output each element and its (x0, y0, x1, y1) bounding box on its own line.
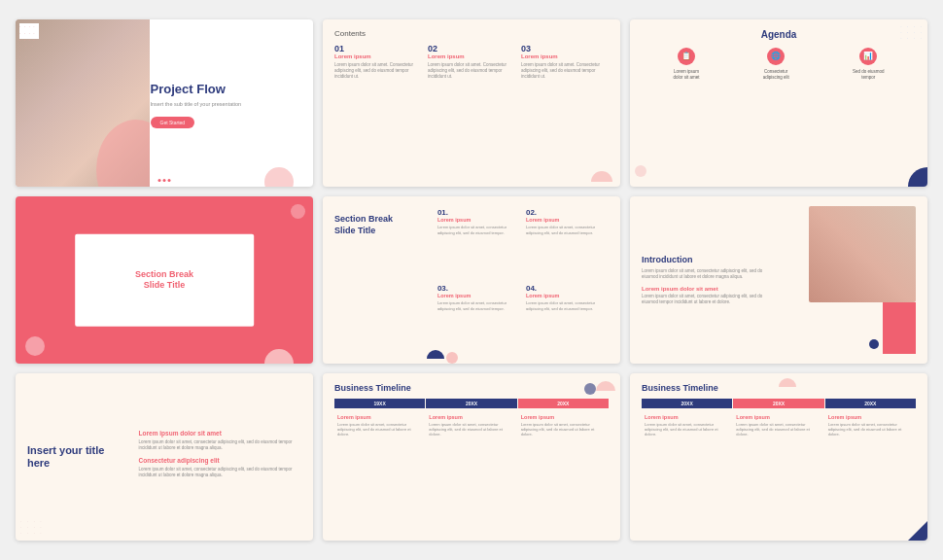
slide3-icon2-label: Consecteturadipiscing elit (763, 69, 789, 81)
slide-8[interactable]: Business Timeline 19XX 20XX 20XX Lorem i… (323, 373, 620, 541)
slide3-icon3-label: Sed do eiusmodtempor (853, 69, 885, 81)
slide3-icon2-circle: 🌐 (767, 48, 785, 65)
nav-dot-3 (168, 179, 171, 182)
slide1-dots-deco: · · · ·· · · ·· · · · (19, 23, 39, 39)
nav-dot-1 (158, 179, 161, 182)
slide3-content: Agenda 📋 Lorem ipsumdolor sit amet 🌐 Con… (630, 19, 927, 96)
slide5-item2-text: Lorem ipsum dolor sit amet, consectetur … (526, 225, 607, 235)
slide8-year-2: 20XX (426, 399, 516, 408)
slide1-button[interactable]: Get Started (151, 117, 195, 128)
slide6-highlight-title: Lorem ipsum dolor sit amet (642, 286, 775, 292)
slide2-col1-title: Lorem ipsum (334, 53, 422, 59)
slide7-sec1-text: Lorem ipsum dolor sit amet, consectetur … (139, 439, 301, 452)
slide9-col-3: Lorem ipsum Lorem ipsum dolor sit amet, … (825, 412, 916, 439)
slide3-icon-3: 📊 Sed do eiusmodtempor (853, 48, 885, 81)
slide-7[interactable]: · · · ·· · · ·· · · · Insert your titleh… (16, 373, 313, 541)
slide1-image (16, 19, 150, 187)
slide3-dark-corner (908, 167, 927, 187)
slide9-col2-title: Lorem ipsum (736, 414, 821, 420)
slide3-icon3-circle: 📊 (859, 48, 877, 65)
slide6-pink-bar (883, 302, 916, 354)
slide4-circle1 (25, 336, 45, 356)
slide3-pink-circle (635, 165, 646, 177)
slide9-year-1: 20XX (642, 399, 732, 408)
slide8-col-2: Lorem ipsum Lorem ipsum dolor sit amet, … (426, 412, 516, 439)
slide-1[interactable]: · · · ·· · · ·· · · · Project Flow Inser… (16, 19, 313, 187)
slide-6[interactable]: Introduction Lorem ipsum dolor sit amet,… (630, 196, 927, 364)
slide8-timeline-content: Lorem ipsum Lorem ipsum dolor sit amet, … (334, 412, 609, 439)
slide7-sec2-text: Lorem ipsum dolor sit amet, consectetur … (139, 467, 301, 479)
slide7-main-title: Insert your titlehere (27, 444, 127, 470)
slide2-col2-text: Lorem ipsum dolor sit amet. Consectetur … (428, 62, 515, 81)
slide2-col3-text: Lorem ipsum dolor sit amet. Consectetur … (521, 62, 609, 81)
slide-2[interactable]: Contents 01 Lorem ipsum Lorem ipsum dolo… (323, 19, 620, 187)
slide9-year-3: 20XX (825, 399, 916, 408)
slide3-icon-2: 🌐 Consecteturadipiscing elit (763, 48, 789, 81)
slide4-text: Section Break Slide Title (135, 268, 193, 291)
slide2-col1-text: Lorem ipsum dolor sit amet. Consectetur … (334, 62, 422, 81)
slide5-item-2: 02. Lorem ipsum Lorem ipsum dolor sit am… (524, 206, 609, 278)
slide6-photo-inner (809, 206, 916, 302)
nav-dot-2 (163, 179, 166, 182)
slide9-col-2: Lorem ipsum Lorem ipsum dolor sit amet, … (733, 412, 823, 439)
slide2-columns: 01 Lorem ipsum Lorem ipsum dolor sit ame… (334, 44, 609, 81)
slide5-section-title: Section BreakSlide Title (334, 214, 428, 236)
slide2-semicircle-deco (591, 171, 612, 182)
slide5-item-1: 01. Lorem ipsum Lorem ipsum dolor sit am… (436, 206, 520, 278)
slide8-col1-title: Lorem ipsum (337, 414, 422, 420)
slide-9[interactable]: Business Timeline 20XX 20XX 20XX Lorem i… (630, 373, 927, 541)
slide2-col-3: 03 Lorem ipsum Lorem ipsum dolor sit ame… (521, 44, 609, 81)
slide9-col-1: Lorem ipsum Lorem ipsum dolor sit amet, … (642, 412, 732, 439)
slide2-content: Contents 01 Lorem ipsum Lorem ipsum dolo… (323, 19, 620, 90)
slide2-col3-title: Lorem ipsum (521, 53, 609, 59)
slide-5[interactable]: Section BreakSlide Title 01. Lorem ipsum… (323, 196, 620, 364)
slide7-left: Insert your titlehere (27, 444, 127, 470)
slide2-col-2: 02 Lorem ipsum Lorem ipsum dolor sit ame… (428, 44, 515, 81)
slide-grid: · · · ·· · · ·· · · · Project Flow Inser… (16, 19, 927, 541)
slide1-photo (16, 19, 150, 187)
slide8-col3-title: Lorem ipsum (521, 414, 606, 420)
slide2-heading: Contents (334, 29, 609, 38)
slide9-col3-text: Lorem ipsum dolor sit amet, consectetur … (828, 422, 913, 438)
slide8-timeline-bar: 19XX 20XX 20XX (334, 399, 609, 408)
slide6-photo (809, 206, 916, 302)
slide4-title-part2: Slide Title (144, 280, 185, 290)
slide-3[interactable]: · · · ·· · · ·· · · · Agenda 📋 Lorem ips… (630, 19, 927, 187)
slide5-item2-title: Lorem ipsum (526, 217, 607, 223)
slide6-intro-title: Introduction (642, 255, 775, 264)
slide9-col3-title: Lorem ipsum (828, 414, 913, 420)
slide8-content: Business Timeline 19XX 20XX 20XX Lorem i… (323, 373, 620, 541)
slide9-col1-text: Lorem ipsum dolor sit amet, consectetur … (645, 422, 729, 438)
slide5-item3-num: 03. (437, 284, 518, 293)
slide5-item3-text: Lorem ipsum dolor sit amet, consectetur … (437, 300, 518, 311)
slide6-dark-circle (869, 339, 879, 349)
slide8-col3-text: Lorem ipsum dolor sit amet, consectetur … (521, 422, 606, 438)
slide9-col1-title: Lorem ipsum (645, 414, 729, 420)
slide5-content: Section BreakSlide Title 01. Lorem ipsum… (323, 196, 620, 364)
slide6-left: Introduction Lorem ipsum dolor sit amet,… (642, 206, 775, 354)
slide5-item4-num: 04. (526, 284, 607, 293)
slide-4[interactable]: Section Break Slide Title (16, 196, 313, 364)
slide4-circle2 (291, 204, 305, 219)
slide5-item3-title: Lorem ipsum (437, 293, 518, 298)
slide5-item-4: 04. Lorem ipsum Lorem ipsum dolor sit am… (524, 282, 609, 354)
slide2-col3-num: 03 (521, 44, 609, 53)
slide5-item1-title: Lorem ipsum (437, 217, 518, 223)
slide5-item1-num: 01. (437, 208, 518, 217)
slide3-heading: Agenda (642, 29, 916, 40)
slide8-dark-circle (584, 383, 596, 395)
slide8-year-1: 19XX (334, 399, 425, 408)
slide9-year-2: 20XX (733, 399, 823, 408)
slide4-white-rect: Section Break Slide Title (75, 234, 254, 327)
slide3-dots-deco: · · · ·· · · ·· · · · (900, 23, 924, 41)
slide3-icon1-circle: 📋 (678, 48, 695, 65)
slide1-nav-dots (158, 179, 171, 182)
slide6-intro-text: Lorem ipsum dolor sit amet, consectetur … (642, 268, 775, 281)
slide2-col-1: 01 Lorem ipsum Lorem ipsum dolor sit ame… (334, 44, 422, 81)
slide4-semicircle (264, 349, 294, 364)
slide5-item2-num: 02. (526, 208, 607, 217)
slide8-title: Business Timeline (334, 383, 609, 393)
slide7-sec1-title: Lorem ipsum dolor sit amet (139, 430, 301, 437)
slide1-content: Project Flow Insert the sub title of you… (141, 19, 313, 187)
slide5-left: Section BreakSlide Title (334, 206, 428, 354)
